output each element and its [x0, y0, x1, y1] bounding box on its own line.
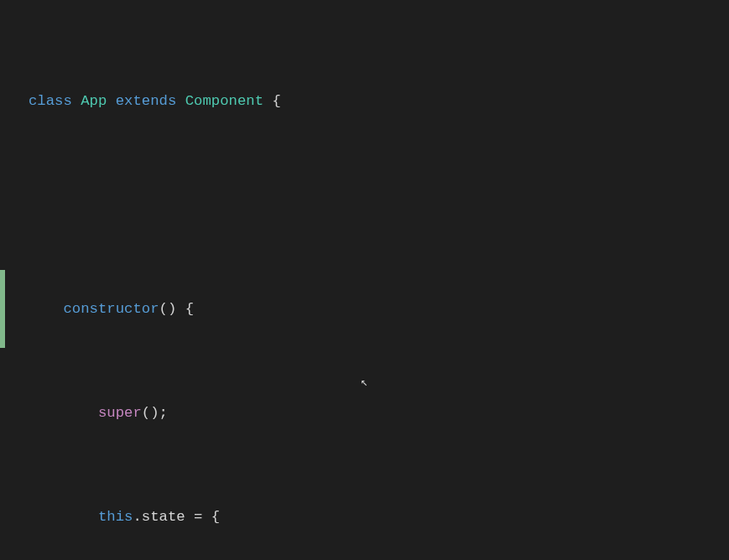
- token-classname: App: [81, 93, 107, 109]
- token-super: super: [98, 405, 142, 421]
- code-line[interactable]: this.state = {: [29, 504, 729, 530]
- code-line[interactable]: class App extends Component {: [29, 88, 729, 114]
- code-line[interactable]: constructor() {: [29, 296, 729, 322]
- token-this: this: [98, 509, 133, 525]
- token-constructor: constructor: [63, 301, 159, 317]
- token-paren: (): [159, 301, 177, 317]
- token-paren: ();: [142, 405, 168, 421]
- token-keyword: extends: [116, 93, 177, 109]
- token-keyword: class: [29, 93, 72, 109]
- token-superclass: Component: [185, 93, 263, 109]
- code-line[interactable]: [29, 192, 729, 218]
- token-brace: {: [272, 93, 280, 109]
- token-state-assign: .state = {: [133, 509, 220, 525]
- token-brace: {: [185, 301, 194, 317]
- code-line[interactable]: super();: [29, 400, 729, 426]
- code-editor[interactable]: class App extends Component { constructo…: [0, 0, 729, 560]
